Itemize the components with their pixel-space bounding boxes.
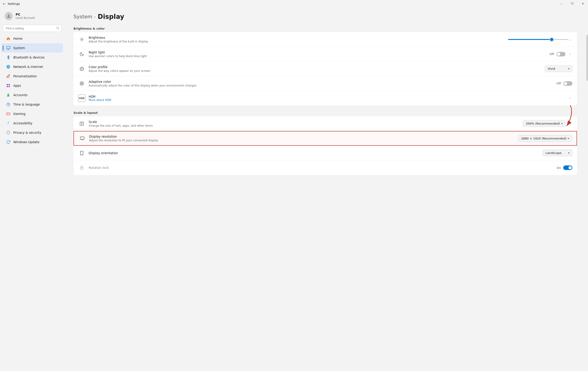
time-icon <box>6 102 10 107</box>
brightness-title: Brightness <box>89 36 508 40</box>
search-icon <box>56 26 59 30</box>
sidebar-item-time[interactable]: Time & language <box>1 100 63 109</box>
settings-window: ← Settings ─ ❐ ✕ PC Local Account <box>0 0 588 371</box>
color-profile-control: Vivid ▾ <box>545 65 572 72</box>
active-indicator <box>3 45 3 50</box>
hdr-row[interactable]: HDR HDR More about HDR › <box>74 91 577 106</box>
sidebar-item-accessibility[interactable]: Accessibility <box>1 119 63 128</box>
maximize-button[interactable]: ❐ <box>567 0 578 7</box>
sidebar-item-update[interactable]: Windows Update <box>1 137 63 147</box>
display-orientation-text: Display orientation <box>89 151 543 155</box>
titlebar-title: Settings <box>8 2 20 6</box>
sidebar-item-label-system: System <box>13 46 25 50</box>
color-profile-icon <box>78 65 85 72</box>
brightness-slider[interactable] <box>508 39 568 40</box>
adaptive-color-toggle[interactable] <box>563 81 572 86</box>
personalization-icon <box>6 74 10 79</box>
sidebar-item-home[interactable]: Home <box>1 34 63 43</box>
home-icon <box>6 36 10 41</box>
sidebar-item-personalization[interactable]: Personalization <box>1 71 63 81</box>
sidebar-item-bluetooth[interactable]: Bluetooth & devices <box>1 53 63 62</box>
scrollbar-thumb[interactable] <box>586 35 588 81</box>
breadcrumb-sep: › <box>94 14 96 19</box>
rotation-lock-row[interactable]: Rotation lock On <box>74 160 577 175</box>
hdr-title: HDR <box>89 95 568 99</box>
gaming-icon <box>6 111 10 116</box>
adaptive-color-row[interactable]: Adaptive color Automatically adjust the … <box>74 76 577 91</box>
hdr-control: › <box>568 96 572 100</box>
display-resolution-row[interactable]: Display resolution Adjust the resolution… <box>74 131 577 146</box>
color-profile-row[interactable]: Color profile Adjust the way colors appe… <box>74 61 577 76</box>
display-orientation-dropdown[interactable]: Landscape ▾ <box>543 150 572 156</box>
privacy-icon <box>6 130 10 135</box>
night-light-chevron[interactable]: › <box>568 52 572 56</box>
avatar <box>5 12 13 20</box>
hdr-link[interactable]: More about HDR <box>89 99 568 102</box>
sidebar-item-label-update: Windows Update <box>13 140 39 144</box>
brightness-row[interactable]: Brightness Adjust the brightness of the … <box>74 32 577 47</box>
svg-line-21 <box>83 38 83 38</box>
brightness-color-label: Brightness & color <box>74 27 577 30</box>
display-orientation-row[interactable]: Display orientation Landscape ▾ <box>74 146 577 160</box>
scale-row[interactable]: Scale Change the size of text, apps, and… <box>74 116 577 131</box>
accessibility-icon <box>6 121 10 126</box>
night-light-text: Night light Use warmer colors to help bl… <box>89 50 550 58</box>
scrollbar-track <box>586 7 588 371</box>
scale-text: Scale Change the size of text, apps, and… <box>89 120 523 127</box>
svg-point-12 <box>8 122 9 122</box>
svg-rect-27 <box>80 151 83 155</box>
svg-rect-7 <box>7 86 8 87</box>
titlebar: ← Settings ─ ❐ ✕ <box>0 0 588 7</box>
sidebar-item-network[interactable]: Network & internet <box>1 62 63 71</box>
scale-dropdown[interactable]: 200% (Recommended) ▾ <box>523 120 566 127</box>
username: PC <box>16 13 35 16</box>
color-profile-desc: Adjust the way colors appear on your scr… <box>89 69 545 72</box>
hdr-text: HDR More about HDR <box>89 95 568 102</box>
sidebar-item-apps[interactable]: Apps <box>1 81 63 90</box>
color-profile-text: Color profile Adjust the way colors appe… <box>89 65 545 72</box>
sidebar-item-label-apps: Apps <box>13 84 21 87</box>
color-profile-dropdown[interactable]: Vivid ▾ <box>545 65 572 72</box>
display-orientation-control: Landscape ▾ <box>543 150 572 156</box>
scale-chevron[interactable]: › <box>568 121 572 126</box>
night-light-control: Off › <box>550 52 572 56</box>
sidebar: PC Local Account Home <box>0 7 64 371</box>
color-profile-title: Color profile <box>89 65 545 69</box>
hdr-chevron[interactable]: › <box>568 96 572 100</box>
rotation-lock-text: Rotation lock <box>89 166 557 170</box>
sidebar-item-label-accessibility: Accessibility <box>13 121 32 125</box>
sidebar-item-gaming[interactable]: Gaming <box>1 109 63 118</box>
accounts-icon <box>6 93 10 97</box>
user-info: PC Local Account <box>16 13 35 20</box>
night-light-row[interactable]: Night light Use warmer colors to help bl… <box>74 47 577 61</box>
close-button[interactable]: ✕ <box>578 0 588 7</box>
minimize-button[interactable]: ─ <box>556 0 567 7</box>
adaptive-color-text: Adaptive color Automatically adjust the … <box>89 80 556 87</box>
sidebar-item-privacy[interactable]: Privacy & security <box>1 128 63 137</box>
back-icon[interactable]: ← <box>3 2 6 6</box>
svg-line-2 <box>58 29 59 29</box>
breadcrumb: System › Display <box>74 13 577 20</box>
rotation-lock-toggle[interactable] <box>563 165 572 170</box>
display-resolution-desc: Adjust the resolution to fit your connec… <box>89 139 518 142</box>
app-body: PC Local Account Home <box>0 7 588 371</box>
page-header: System › Display <box>74 13 577 20</box>
adaptive-color-knob <box>564 82 567 85</box>
sidebar-item-accounts[interactable]: Accounts <box>1 90 63 100</box>
adaptive-color-control: Off <box>556 81 572 86</box>
titlebar-left: ← Settings <box>3 2 20 6</box>
display-resolution-title: Display resolution <box>89 135 518 138</box>
adaptive-color-toggle-label: Off <box>556 82 561 85</box>
hdr-icon: HDR <box>78 95 85 102</box>
display-resolution-dropdown[interactable]: 2880 × 1920 (Recommended) ▾ <box>518 135 572 142</box>
brightness-chevron[interactable]: ⌄ <box>568 37 572 42</box>
sidebar-item-label-bluetooth: Bluetooth & devices <box>13 56 44 59</box>
rotation-lock-title: Rotation lock <box>89 166 557 170</box>
night-light-toggle[interactable] <box>556 52 566 56</box>
search-input[interactable] <box>3 25 62 32</box>
display-orientation-chevron-icon: ▾ <box>568 152 569 154</box>
slider-thumb[interactable] <box>550 37 554 41</box>
sidebar-item-system[interactable]: System <box>1 43 63 52</box>
system-icon <box>6 46 10 50</box>
apps-icon <box>6 83 10 88</box>
